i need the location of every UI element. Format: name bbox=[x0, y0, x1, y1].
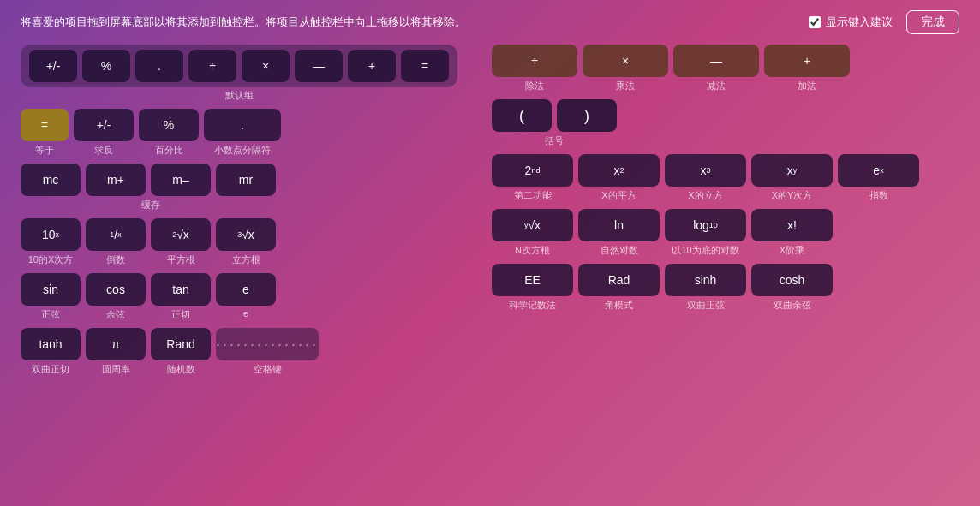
paren-button-pair: ( ) bbox=[492, 99, 617, 132]
key-mr[interactable]: mr bbox=[216, 164, 276, 196]
key-factorial-label: X阶乘 bbox=[780, 244, 804, 257]
key-cosh-group: cosh 双曲余弦 bbox=[751, 264, 833, 312]
done-button[interactable]: 完成 bbox=[906, 10, 959, 34]
key-10x[interactable]: 10x bbox=[21, 218, 81, 251]
key-div-group: ÷ 除法 bbox=[492, 45, 577, 92]
key-dot-default[interactable]: . bbox=[135, 50, 183, 82]
suggestions-label: 显示键入建议 bbox=[826, 15, 893, 30]
key-equals[interactable]: = bbox=[21, 109, 69, 141]
key-div-default[interactable]: ÷ bbox=[188, 50, 236, 82]
instruction-label: 将喜爱的项目拖到屏幕底部以将其添加到触控栏。将项目从触控栏中向上拖移以将其移除。 bbox=[21, 15, 466, 28]
key-tan-label: 正切 bbox=[171, 308, 190, 321]
key-log10-group: log10 以10为底的对数 bbox=[665, 209, 746, 257]
row4-section: sin 正弦 cos 余弦 tan 正切 e e bbox=[21, 273, 457, 321]
key-rand[interactable]: Rand bbox=[151, 328, 211, 360]
key-reciprocal[interactable]: 1/x bbox=[86, 218, 146, 251]
key-e-label: e bbox=[243, 308, 248, 318]
key-cbrt[interactable]: 3√x bbox=[216, 218, 276, 251]
key-tan[interactable]: tan bbox=[151, 273, 211, 306]
key-ln[interactable]: ln bbox=[578, 209, 660, 241]
key-spacebar-label: 空格键 bbox=[254, 363, 282, 376]
key-cosh[interactable]: cosh bbox=[751, 264, 833, 296]
key-cos[interactable]: cos bbox=[86, 273, 146, 306]
key-x3-label: X的立方 bbox=[688, 189, 722, 202]
default-group-label: 默认组 bbox=[21, 89, 457, 102]
key-sinh[interactable]: sinh bbox=[665, 264, 746, 296]
key-2nd[interactable]: 2nd bbox=[492, 154, 573, 187]
key-rad-group: Rad 角模式 bbox=[578, 264, 660, 312]
key-e-group: e e bbox=[216, 273, 276, 321]
key-cos-label: 余弦 bbox=[106, 308, 125, 321]
key-x-to-y[interactable]: xy bbox=[751, 154, 833, 187]
key-percent-default[interactable]: % bbox=[82, 50, 130, 82]
key-sqrt[interactable]: 2√x bbox=[151, 218, 211, 251]
key-plus-minus[interactable]: +/- bbox=[74, 109, 134, 141]
key-ex-group: ex 指数 bbox=[838, 154, 919, 202]
key-rand-group: Rand 随机数 bbox=[151, 328, 211, 376]
key-open-paren[interactable]: ( bbox=[492, 99, 552, 132]
row1-buttons: = 等于 +/- 求反 % 百分比 . 小数点分隔符 bbox=[21, 109, 457, 157]
key-space-group: ··············· 空格键 bbox=[216, 328, 319, 376]
key-eq-label: 等于 bbox=[35, 144, 54, 157]
key-m-plus[interactable]: m+ bbox=[86, 164, 146, 196]
key-e[interactable]: e bbox=[216, 273, 276, 306]
key-pi[interactable]: π bbox=[86, 328, 146, 360]
key-mul-default[interactable]: × bbox=[242, 50, 290, 82]
key-mc[interactable]: mc bbox=[21, 164, 81, 196]
key-log10-label: 以10为底的对数 bbox=[672, 244, 738, 257]
key-eq-group: = 等于 bbox=[21, 109, 69, 157]
paren-buttons-row: ( ) 括号 bbox=[492, 99, 959, 147]
key-percent[interactable]: % bbox=[139, 109, 199, 141]
key-sqrt-group: 2√x 平方根 bbox=[151, 218, 211, 266]
key-mul-group: × 乘法 bbox=[583, 45, 668, 92]
key-add[interactable]: + bbox=[764, 45, 850, 77]
key-decimal-label: 小数点分隔符 bbox=[214, 144, 271, 157]
key-m-minus[interactable]: m– bbox=[151, 164, 211, 196]
paren-section: ( ) 括号 bbox=[492, 99, 959, 147]
key-tanh-group: tanh 双曲正切 bbox=[21, 328, 81, 376]
row2-right-buttons: 2nd 第二功能 x2 X的平方 x3 X的立方 xy X的Y次方 ex 指 bbox=[492, 154, 959, 202]
key-log10[interactable]: log10 bbox=[665, 209, 746, 241]
key-factorial[interactable]: x! bbox=[751, 209, 833, 241]
default-group-section: +/- % . ÷ × — + = 默认组 bbox=[21, 45, 457, 102]
row4-left-buttons: sin 正弦 cos 余弦 tan 正切 e e bbox=[21, 273, 457, 321]
key-x2-label: X的平方 bbox=[601, 189, 636, 202]
key-ee[interactable]: EE bbox=[492, 264, 573, 296]
key-cbrt-label: 立方根 bbox=[232, 253, 260, 266]
key-plusminus-label: 求反 bbox=[94, 144, 113, 157]
key-subtract[interactable]: — bbox=[673, 45, 759, 77]
key-cosh-label: 双曲余弦 bbox=[774, 299, 811, 312]
row2-section: mc m+ m– mr 缓存 bbox=[21, 164, 457, 211]
key-div-label: 除法 bbox=[525, 80, 544, 92]
key-x-squared[interactable]: x2 bbox=[578, 154, 660, 187]
key-add-label: 加法 bbox=[798, 80, 816, 92]
key-10x-group: 10x 10的X次方 bbox=[21, 218, 81, 266]
key-cos-group: cos 余弦 bbox=[86, 273, 146, 321]
key-decimal[interactable]: . bbox=[204, 109, 281, 141]
key-2nd-label: 第二功能 bbox=[514, 189, 552, 202]
left-panel: +/- % . ÷ × — + = 默认组 = 等于 +/- 求反 bbox=[21, 45, 457, 376]
key-tanh[interactable]: tanh bbox=[21, 328, 81, 360]
key-yroot-group: y√x N次方根 bbox=[492, 209, 573, 257]
key-divide[interactable]: ÷ bbox=[492, 45, 577, 77]
key-rad-label: 角模式 bbox=[605, 299, 633, 312]
key-xy-group: xy X的Y次方 bbox=[751, 154, 833, 202]
key-sub-default[interactable]: — bbox=[295, 50, 343, 82]
key-plus-minus-default[interactable]: +/- bbox=[29, 50, 77, 82]
key-multiply[interactable]: × bbox=[583, 45, 668, 77]
suggestions-checkbox-input[interactable] bbox=[809, 16, 821, 28]
key-eq-default[interactable]: = bbox=[401, 50, 449, 82]
key-x-cubed[interactable]: x3 bbox=[665, 154, 746, 187]
key-y-root[interactable]: y√x bbox=[492, 209, 573, 241]
key-add-default[interactable]: + bbox=[348, 50, 396, 82]
key-rad[interactable]: Rad bbox=[578, 264, 660, 296]
key-close-paren[interactable]: ) bbox=[557, 99, 617, 132]
key-e-to-x[interactable]: ex bbox=[838, 154, 919, 187]
top-bar: 将喜爱的项目拖到屏幕底部以将其添加到触控栏。将项目从触控栏中向上拖移以将其移除。… bbox=[0, 0, 980, 45]
key-spacebar[interactable]: ··············· bbox=[216, 328, 319, 360]
key-sin[interactable]: sin bbox=[21, 273, 81, 306]
key-sinh-group: sinh 双曲正弦 bbox=[665, 264, 746, 312]
row3-right-buttons: y√x N次方根 ln 自然对数 log10 以10为底的对数 x! X阶乘 bbox=[492, 209, 959, 257]
show-suggestions-checkbox[interactable]: 显示键入建议 bbox=[809, 15, 893, 30]
key-cbrt-group: 3√x 立方根 bbox=[216, 218, 276, 266]
